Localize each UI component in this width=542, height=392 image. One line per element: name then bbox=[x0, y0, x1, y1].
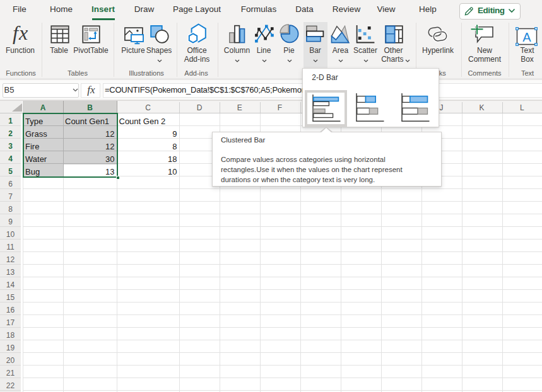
svg-text:A: A bbox=[522, 30, 531, 44]
